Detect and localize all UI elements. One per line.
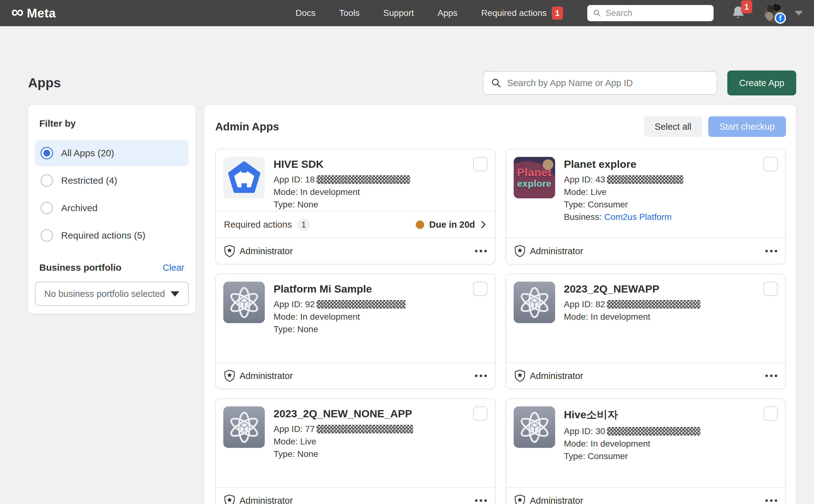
app-type: Type: None — [274, 198, 410, 211]
role-label: Administrator — [530, 496, 583, 504]
start-checkup-button[interactable]: Start checkup — [708, 116, 786, 137]
select-app-checkbox[interactable] — [763, 406, 778, 421]
filter-option-label: Required actions (5) — [61, 230, 145, 241]
administrator-shield-icon — [224, 245, 235, 257]
apps-grid: HIVE SDK App ID: 18 Mode: In development… — [215, 149, 786, 504]
business-label: Business: — [564, 212, 602, 222]
select-app-checkbox[interactable] — [473, 282, 487, 296]
admin-apps-title: Admin Apps — [215, 120, 279, 133]
nav-required-actions-label: Required actions — [481, 8, 547, 18]
filter-option-all-apps[interactable]: All Apps (20) — [35, 140, 189, 166]
required-actions-row[interactable]: Required actions 1 Due in 20d — [216, 211, 495, 238]
app-mode: Mode: In development — [564, 311, 700, 323]
app-name: Platform Mi Sample — [274, 283, 405, 295]
more-options-button[interactable] — [765, 371, 777, 380]
due-status-dot-icon — [416, 221, 424, 229]
app-mode: Mode: Live — [274, 435, 413, 448]
app-id: App ID: 92 — [274, 299, 315, 309]
app-card-planet-explore[interactable]: Planet explore Planet explore App ID: 43… — [506, 149, 786, 264]
required-actions-label: Required actions — [224, 220, 292, 230]
more-options-button[interactable] — [765, 496, 777, 504]
nav-item-tools[interactable]: Tools — [339, 8, 360, 18]
filter-option-label: Archived — [61, 203, 98, 213]
filter-option-required-actions[interactable]: Required actions (5) — [35, 222, 189, 249]
default-app-icon — [223, 282, 265, 323]
select-app-checkbox[interactable] — [473, 406, 487, 421]
app-type: Type: Consumer — [564, 450, 700, 463]
select-app-checkbox[interactable] — [473, 157, 487, 171]
app-name: 2023_2Q_NEW_NONE_APP — [274, 408, 413, 420]
app-mode: Mode: In development — [274, 311, 405, 323]
business-link[interactable]: Com2us Platform — [604, 212, 671, 222]
app-mode: Mode: Live — [564, 186, 683, 198]
default-app-icon — [514, 282, 555, 323]
radio-icon — [41, 174, 53, 187]
business-portfolio-title: Business portfolio — [39, 262, 121, 273]
page-body: Apps Create App Filter by All Apps (20) … — [0, 70, 814, 504]
redacted-app-id — [317, 175, 410, 184]
default-app-icon — [514, 406, 555, 448]
nav-item-support[interactable]: Support — [383, 8, 414, 18]
redacted-app-id — [317, 425, 413, 434]
global-search-input[interactable] — [606, 8, 708, 18]
planet-explore-app-icon: Planet explore — [514, 157, 555, 198]
select-all-button[interactable]: Select all — [644, 116, 702, 137]
app-name: Hive소비자 — [564, 408, 700, 422]
search-icon — [491, 78, 501, 88]
filter-option-label: Restricted (4) — [61, 175, 117, 186]
more-options-button[interactable] — [475, 247, 487, 255]
role-label: Administrator — [240, 496, 293, 504]
app-type: Type: Consumer — [564, 198, 683, 211]
more-options-button[interactable] — [475, 371, 487, 380]
app-name: 2023_2Q_NEWAPP — [564, 283, 700, 295]
clear-portfolio-link[interactable]: Clear — [163, 263, 184, 273]
more-options-button[interactable] — [475, 496, 487, 504]
administrator-shield-icon — [514, 370, 526, 382]
page-title: Apps — [28, 75, 61, 90]
planet-icon-text: explore — [517, 179, 551, 189]
radio-icon — [41, 229, 53, 242]
app-card-hive-consumer[interactable]: Hive소비자 App ID: 30 Mode: In development … — [506, 398, 786, 504]
app-card-2023-2q-newapp[interactable]: 2023_2Q_NEWAPP App ID: 82 Mode: In devel… — [506, 274, 786, 389]
redacted-app-id — [607, 427, 700, 436]
app-name: HIVE SDK — [274, 158, 410, 170]
app-card-platform-mi-sample[interactable]: Platform Mi Sample App ID: 92 Mode: In d… — [215, 274, 496, 389]
role-label: Administrator — [240, 246, 293, 256]
role-label: Administrator — [530, 371, 583, 381]
filter-option-archived[interactable]: Archived — [35, 195, 189, 221]
redacted-app-id — [607, 175, 683, 184]
more-options-button[interactable] — [765, 247, 777, 255]
administrator-shield-icon — [514, 245, 526, 257]
filter-option-restricted[interactable]: Restricted (4) — [35, 167, 189, 194]
app-id: App ID: 18 — [274, 175, 315, 184]
app-card-2023-2q-new-none-app[interactable]: 2023_2Q_NEW_NONE_APP App ID: 77 Mode: Li… — [215, 398, 496, 504]
select-app-checkbox[interactable] — [763, 157, 778, 171]
filter-panel: Filter by All Apps (20) Restricted (4) A… — [28, 105, 196, 313]
app-search-input[interactable] — [507, 78, 709, 88]
select-app-checkbox[interactable] — [763, 282, 778, 296]
create-app-button[interactable]: Create App — [727, 70, 796, 95]
meta-logo[interactable]: ∞ Meta — [11, 6, 56, 20]
app-search[interactable] — [483, 71, 717, 95]
chevron-right-icon — [480, 220, 487, 229]
role-label: Administrator — [240, 371, 293, 381]
app-mode: Mode: In development — [564, 438, 700, 450]
app-id: App ID: 43 — [564, 175, 605, 184]
required-actions-count: 1 — [298, 218, 310, 231]
meta-infinity-icon: ∞ — [11, 5, 24, 19]
avatar[interactable]: f — [765, 4, 783, 22]
account-menu-caret-icon[interactable] — [795, 11, 803, 16]
app-id: App ID: 77 — [274, 424, 315, 434]
notifications-button[interactable]: 1 — [731, 5, 745, 21]
radio-icon — [41, 202, 53, 214]
nav-item-required-actions[interactable]: Required actions 1 — [481, 7, 563, 20]
required-actions-count-badge: 1 — [552, 7, 563, 20]
nav-item-docs[interactable]: Docs — [296, 8, 316, 18]
default-app-icon — [223, 406, 265, 448]
redacted-app-id — [317, 300, 405, 309]
nav-item-apps[interactable]: Apps — [438, 8, 458, 18]
app-card-hive-sdk[interactable]: HIVE SDK App ID: 18 Mode: In development… — [215, 149, 496, 264]
portfolio-dropdown[interactable]: No business portfolio selected — [35, 282, 189, 306]
global-search[interactable] — [587, 5, 714, 21]
hive-sdk-app-icon — [223, 157, 265, 198]
